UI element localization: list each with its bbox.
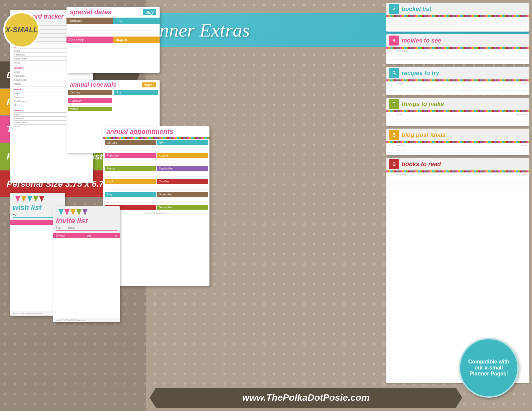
pennant-yellow-2 — [70, 209, 75, 215]
appt-headers: January July — [103, 139, 209, 146]
wish-pennants — [13, 195, 62, 203]
recipes-title: recipes to try — [402, 70, 439, 77]
invite-watermark: www.ThePolkaDotPosie.com — [53, 318, 120, 322]
special-dates-title: special dates — [70, 8, 112, 16]
teal-tab-july: July — [143, 9, 156, 15]
pennant-olive — [33, 196, 38, 202]
month-february: February — [66, 37, 113, 43]
bucket-tab: ✓ — [389, 4, 399, 14]
source-col: source — [461, 82, 527, 85]
movies-lines — [386, 53, 529, 64]
no-label: no — [114, 234, 117, 237]
compat-badge: Compatible with our x-small Planner Page… — [459, 338, 519, 398]
invite-date-label: Date: — [68, 226, 75, 229]
invited-label: invited — [56, 234, 65, 237]
appt-aug: August — [157, 153, 208, 158]
movies-tab: R — [389, 36, 399, 46]
things-lines — [386, 117, 529, 126]
appt-row-may-nov: May November — [103, 191, 209, 198]
recipes-card: R recipes to try ✓ recipe source — [386, 67, 529, 95]
appt-sep: September — [157, 166, 208, 171]
wish-check-icon: ✓ — [13, 221, 15, 224]
movies-title: movies to see — [402, 37, 441, 44]
blog-title: blog post ideas — [402, 132, 446, 139]
recipe-col: recipe — [396, 82, 461, 85]
invite-pennants — [56, 208, 117, 217]
movies-card: R movies to see ✓ movie title — [386, 34, 529, 64]
appt-may: May — [105, 192, 156, 197]
appt-oct: October — [157, 179, 208, 184]
appt-row-apr-oct: April October — [103, 178, 209, 185]
pennant-red — [39, 196, 44, 202]
xsmall-badge: X-SMALL — [3, 12, 40, 48]
project-col: project — [396, 113, 461, 116]
appt-row-feb-aug: February August — [103, 152, 209, 159]
appt-col-jan: January — [105, 140, 156, 145]
things-title: things to make — [402, 101, 444, 108]
appt-feb: February — [105, 153, 156, 158]
special-dates-months: January July — [66, 18, 160, 24]
bucket-list-card: ✓ bucket list — [386, 3, 529, 32]
post-title-col: post title: — [396, 144, 521, 147]
resource-col: resource — [461, 113, 527, 116]
compat-text: Compatible with our x-small Planner Page… — [467, 359, 511, 377]
bucket-list-title: bucket list — [402, 6, 431, 13]
things-card: T things to make ✓ project resource — [386, 98, 529, 126]
month-january: January — [66, 18, 113, 24]
month-august: August — [113, 37, 160, 43]
blog-tab: B — [389, 130, 399, 140]
invite-list-lines — [53, 238, 120, 318]
right-panel: ✓ bucket list R movies to see ✓ movie ti… — [386, 3, 529, 384]
blog-lines — [386, 148, 529, 155]
annual-renewals-title: annual renewals — [70, 81, 116, 88]
movie-title-col: movie title — [396, 50, 527, 52]
url-banner: www.ThePolkaDotPosie.com — [150, 388, 462, 408]
books-lines — [386, 177, 529, 203]
renewals-feb: February — [68, 98, 112, 103]
date-col: date — [521, 144, 527, 147]
special-dates-aug: February August — [66, 37, 160, 43]
month-july: July — [113, 18, 160, 24]
pennant-teal-2 — [59, 209, 64, 215]
invite-list-title: Invite list — [56, 217, 117, 225]
appt-col-jul: July — [157, 140, 208, 145]
field-password-3: Password: — [14, 75, 89, 77]
renewals-mar: March — [68, 107, 112, 111]
pennant-teal — [27, 196, 32, 202]
author-col: author — [519, 173, 527, 176]
appt-row-mar-sep: March September — [103, 165, 209, 172]
things-tab: T — [389, 99, 399, 109]
renewals-tab: August — [142, 82, 156, 87]
pennant-olive-2 — [76, 209, 81, 215]
url-text: www.ThePolkaDotPosie.com — [242, 392, 369, 403]
books-tab: B — [389, 159, 399, 169]
appt-lines-3 — [103, 173, 209, 177]
book-title-col: book title: — [396, 173, 519, 176]
invite-list-card: Invite list For: Date: invited yes no ww… — [53, 206, 120, 322]
appt-lines-2 — [103, 160, 209, 164]
recipes-tab: R — [389, 68, 399, 78]
blog-card: B blog post ideas ✓ post title: date — [386, 129, 529, 155]
things-col-headers: ✓ project resource — [386, 112, 529, 117]
movies-col-headers: ✓ movie title — [386, 49, 529, 53]
recipes-lines — [386, 86, 529, 95]
books-col-headers: ✓ book title: author — [386, 172, 529, 177]
invite-for-label: For: — [56, 226, 61, 229]
books-title: books to read — [402, 161, 441, 168]
pennant-yellow — [21, 196, 26, 202]
appt-lines-4 — [103, 186, 209, 190]
bucket-lines — [386, 17, 529, 32]
appt-lines-5 — [103, 199, 209, 203]
blog-col-headers: ✓ post title: date — [386, 143, 529, 148]
renewals-columns: January February March July — [66, 90, 160, 112]
badge-text: X-SMALL — [5, 26, 38, 34]
renewals-jul: July — [114, 90, 158, 95]
appt-dec: December — [157, 205, 208, 210]
appt-apr: April — [105, 179, 156, 184]
pennant-purple — [82, 209, 87, 215]
renewals-jan: January — [68, 90, 112, 95]
appt-nov: November — [157, 192, 208, 197]
appt-lines-1 — [103, 147, 209, 151]
recipes-col-headers: ✓ recipe source — [386, 81, 529, 86]
pennant-pink — [15, 196, 20, 202]
